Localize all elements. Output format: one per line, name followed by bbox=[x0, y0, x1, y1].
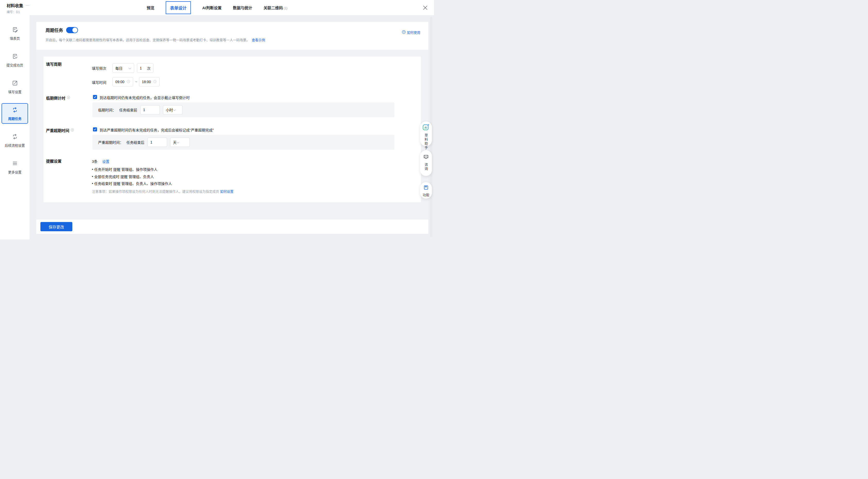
form-brand: 材料收集 ⋯ 编号：D1 bbox=[7, 2, 30, 14]
bullet-icon: • bbox=[92, 174, 93, 179]
sidebar-item-more-settings[interactable]: 更多设置 bbox=[2, 157, 28, 177]
how-to-set-link[interactable]: 如何设置 bbox=[220, 190, 234, 193]
section-description: 开启后，每个关联二维码都需要周期性的填写本表单。适用于巡检巡查、定期保养等一物一… bbox=[45, 37, 265, 42]
row-label-overdue: 严重超期时间 ? bbox=[46, 128, 74, 133]
chat-bubble-icon bbox=[423, 154, 429, 161]
sidebar-item-submit-success-page[interactable]: 提交成功页 bbox=[2, 50, 28, 70]
check-icon bbox=[93, 95, 96, 98]
card-header: 周期任务 开启后，每个关联二维码都需要周期性的填写本表单。适用于巡检巡查、定期保… bbox=[36, 22, 428, 50]
reminder-count: 3条 bbox=[92, 159, 98, 164]
square-pencil-icon bbox=[11, 80, 18, 88]
consult-pill[interactable]: 咨询 bbox=[420, 150, 432, 176]
qrcode-count-badge: (1) bbox=[284, 6, 287, 10]
overdue-checkbox[interactable] bbox=[93, 127, 97, 131]
repeat-icon bbox=[11, 133, 18, 141]
sidebar-item-followup-flow[interactable]: 后续流程设置 bbox=[2, 130, 28, 151]
chevron-down-icon bbox=[173, 108, 176, 112]
time-label: 填写时间 bbox=[92, 80, 106, 85]
countdown-value-input[interactable]: 1 bbox=[140, 105, 160, 115]
ai-assistant-pill[interactable]: AI 草料助手 bbox=[420, 121, 432, 146]
tab-form-design[interactable]: 表单设计 bbox=[166, 1, 191, 14]
chevron-down-icon bbox=[128, 66, 131, 70]
ai-assistant-label: 草料助手 bbox=[424, 133, 429, 150]
clock-icon bbox=[127, 80, 130, 84]
overdue-subbox: 严重超期时间： 任务结束后 1 天 bbox=[92, 135, 394, 150]
sidebar-item-fill-page[interactable]: 填表页 bbox=[2, 23, 28, 43]
features-label: 功能 bbox=[423, 192, 429, 197]
overdue-sub-prefix: 任务结束后 bbox=[126, 140, 145, 145]
reminder-item: •任务开始时 提醒 管理组、操作项操作人 bbox=[92, 167, 158, 172]
document-edit-icon bbox=[11, 26, 18, 34]
reminder-note: 注意事项：如果操作项权限设为任何人时则无法提醒操作人，建议将权限设为指定成员如何… bbox=[92, 189, 234, 194]
reminder-set-link[interactable]: 设置 bbox=[102, 159, 110, 164]
app-window: 材料收集 ⋯ 编号：D1 预览 表单设计 AI判断设置 数据与统计 关联二维码(… bbox=[0, 0, 434, 240]
sidebar-item-label: 提交成功页 bbox=[6, 63, 23, 67]
row-label-countdown: 临期倒计时 ? bbox=[46, 95, 70, 101]
overdue-sub-label: 严重超期时间： bbox=[98, 140, 123, 145]
count-unit: 次 bbox=[147, 66, 151, 71]
cycle-task-toggle[interactable] bbox=[66, 27, 78, 33]
sidebar: 填表页 提交成功页 填写设置 bbox=[0, 15, 30, 240]
svg-text:AI: AI bbox=[425, 126, 427, 129]
top-bar: 材料收集 ⋯ 编号：D1 预览 表单设计 AI判断设置 数据与统计 关联二维码(… bbox=[0, 0, 434, 15]
countdown-checkbox-text: 到达临期时间仍有未完成的任务，会显示截止填写倒计时 bbox=[100, 95, 190, 100]
sidebar-item-cycle-task[interactable]: 周期任务 bbox=[2, 103, 28, 124]
check-icon bbox=[93, 128, 96, 131]
document-check-icon bbox=[11, 53, 18, 61]
sidebar-item-label: 周期任务 bbox=[8, 116, 21, 121]
countdown-sub-label: 临期时间： bbox=[98, 107, 116, 113]
form-code: 编号：D1 bbox=[7, 9, 30, 14]
more-icon[interactable]: ⋯ bbox=[26, 3, 30, 8]
sidebar-item-label: 更多设置 bbox=[8, 169, 21, 174]
menu-lines-icon bbox=[11, 160, 18, 168]
toggle-knob bbox=[72, 28, 78, 33]
chevron-down-icon bbox=[177, 140, 179, 144]
clock-icon bbox=[153, 80, 157, 84]
ai-logo-icon: AI bbox=[423, 124, 430, 132]
tab-ai-judge[interactable]: AI判断设置 bbox=[202, 5, 222, 10]
countdown-sub-prefix: 任务结束前 bbox=[119, 107, 137, 113]
tab-data-stats[interactable]: 数据与统计 bbox=[233, 5, 252, 10]
cycle-task-form-panel: 填写周期 填写频次 每日 1 次 填写时间 09:00 bbox=[43, 57, 421, 202]
countdown-subbox: 临期时间： 任务结束前 1 小时 bbox=[92, 102, 394, 117]
countdown-checkbox[interactable] bbox=[93, 95, 97, 99]
section-title: 周期任务 bbox=[45, 27, 63, 33]
question-circle-icon: ? bbox=[402, 30, 406, 35]
overdue-value-input[interactable]: 1 bbox=[148, 138, 167, 147]
row-label-cycle: 填写周期 bbox=[46, 61, 62, 67]
bullet-icon: • bbox=[92, 181, 93, 186]
sidebar-item-fill-settings[interactable]: 填写设置 bbox=[2, 76, 28, 97]
sidebar-item-label: 填表页 bbox=[10, 36, 20, 41]
bullet-icon: • bbox=[92, 167, 93, 171]
save-button[interactable]: 保存更改 bbox=[40, 222, 72, 231]
question-circle-icon[interactable]: ? bbox=[70, 128, 74, 132]
sidebar-item-label: 填写设置 bbox=[8, 89, 21, 94]
card-footer: 保存更改 bbox=[36, 219, 428, 234]
consult-label: 咨询 bbox=[424, 163, 429, 171]
frequency-select[interactable]: 每日 bbox=[113, 63, 134, 73]
reminder-item: •任务结束时 提醒 管理组、负责人、操作项操作人 bbox=[92, 181, 172, 186]
frequency-count-input[interactable]: 1 次 bbox=[137, 63, 153, 73]
sidebar-item-label: 后续流程设置 bbox=[5, 143, 25, 148]
row-label-reminder: 提醒设置 bbox=[46, 158, 62, 164]
svg-text:?: ? bbox=[403, 31, 404, 33]
book-bookmark-icon bbox=[423, 185, 429, 191]
tab-linked-qrcode[interactable]: 关联二维码(1) bbox=[264, 5, 287, 10]
overdue-unit-select[interactable]: 天 bbox=[170, 138, 190, 147]
form-title: 材料收集 bbox=[7, 2, 23, 8]
view-example-link[interactable]: 查看示例 bbox=[252, 38, 265, 42]
time-separator: ~ bbox=[135, 80, 137, 84]
tab-preview[interactable]: 预览 bbox=[147, 5, 154, 10]
main-tabs: 预览 表单设计 AI判断设置 数据与统计 关联二维码(1) bbox=[147, 0, 287, 15]
time-start-input[interactable]: 09:00 bbox=[113, 77, 133, 87]
how-to-use-link[interactable]: ? 如何使用 bbox=[402, 30, 421, 35]
reminder-item: •全部任务完成时 提醒 管理组、负责人 bbox=[92, 174, 154, 179]
time-end-input[interactable]: 18:00 bbox=[139, 77, 160, 87]
countdown-unit-select[interactable]: 小时 bbox=[163, 105, 183, 115]
freq-label: 填写频次 bbox=[92, 66, 106, 71]
repeat-icon bbox=[11, 106, 18, 114]
close-icon[interactable] bbox=[423, 5, 428, 10]
cycle-task-card: 周期任务 开启后，每个关联二维码都需要周期性的填写本表单。适用于巡检巡查、定期保… bbox=[36, 22, 428, 234]
features-pill[interactable]: 功能 bbox=[420, 182, 432, 199]
question-circle-icon[interactable]: ? bbox=[67, 96, 70, 100]
